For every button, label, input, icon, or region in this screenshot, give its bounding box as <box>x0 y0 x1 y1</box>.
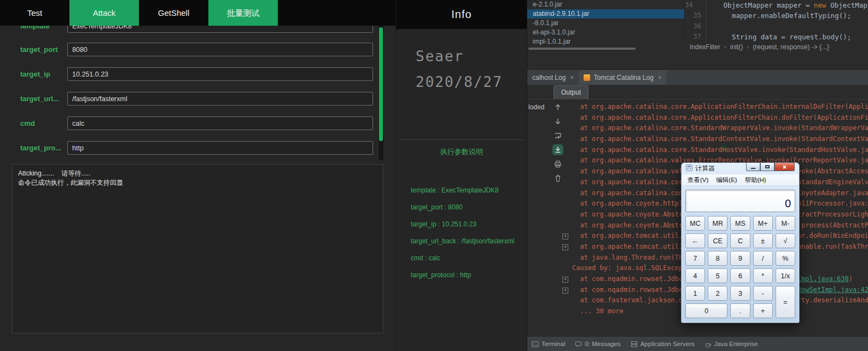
arrow-up-icon[interactable] <box>554 103 562 112</box>
maximize-button[interactable] <box>760 163 774 171</box>
menu-edit[interactable]: 编辑(E) <box>712 176 741 185</box>
calc-key-4[interactable]: 4 <box>685 268 705 283</box>
toolwindow-tab-localhost-log[interactable]: calhost Log× <box>527 70 579 85</box>
breadcrumb-item[interactable]: (request, response) -> {...} <box>753 43 829 51</box>
form-scrollbar-thumb[interactable] <box>379 27 383 141</box>
param-line: target_port : 8080 <box>411 203 526 211</box>
calc-key-_[interactable]: . <box>730 303 750 318</box>
tab-output[interactable]: Output <box>554 85 589 99</box>
calc-key-7[interactable]: 7 <box>685 251 705 266</box>
calculator-keypad: MCMRMSM+M-←CEC±√789/%456*1/x123-=0.+ <box>685 216 795 318</box>
calc-key-MS[interactable]: MS <box>730 216 750 231</box>
calculator-body: 0 MCMRMSM+M-←CEC±√789/%456*1/x123-=0.+ <box>681 186 799 322</box>
field-input-target_url_back[interactable] <box>67 92 373 106</box>
calc-key-_[interactable]: % <box>776 251 795 266</box>
field-label-target_protocol: target_pro... <box>20 144 66 152</box>
toolwindow-tab-tomcat-catalina-log[interactable]: Tomcat Catalina Log× <box>579 70 666 85</box>
tool-tab-batch-test[interactable]: 批量测试 <box>208 0 278 26</box>
calc-key-_[interactable]: = <box>776 286 795 318</box>
fold-expand-icon[interactable]: + <box>562 233 568 239</box>
window-controls: × <box>746 163 795 171</box>
divider <box>399 139 524 140</box>
editor-line: 34ObjectMapper mapper = new ObjectMapper… <box>685 0 868 10</box>
calc-key-MR[interactable]: MR <box>708 216 727 231</box>
menu-help[interactable]: 帮助(H) <box>741 176 770 185</box>
console-line: at org.apache.catalina.core.StandardHost… <box>572 145 868 156</box>
calc-key-_[interactable]: ± <box>753 233 773 248</box>
form-scrollbar[interactable] <box>378 26 383 160</box>
tab-label: Tomcat Catalina Log <box>593 74 653 81</box>
calc-key-_[interactable]: - <box>753 286 773 301</box>
calc-key-1_x[interactable]: 1/x <box>776 268 795 283</box>
tool-tab-getshell[interactable]: GetShell <box>139 0 208 26</box>
calculator-titlebar[interactable]: 计算器 × <box>681 163 799 174</box>
line-number: 34 <box>685 0 697 10</box>
field-input-target_port[interactable] <box>67 43 373 56</box>
fold-expand-icon[interactable]: + <box>562 277 568 283</box>
breadcrumb-item[interactable]: init() <box>730 43 743 51</box>
status-item-terminal[interactable]: Terminal <box>532 341 565 348</box>
arrow-down-icon[interactable] <box>554 117 562 126</box>
status-item-0-messages[interactable]: 0: Messages <box>575 341 620 348</box>
calc-key-_[interactable]: + <box>753 303 773 318</box>
calc-key-1[interactable]: 1 <box>685 286 705 301</box>
calc-key-_[interactable]: √ <box>776 233 795 248</box>
close-button[interactable]: × <box>774 163 795 171</box>
jar-list-item[interactable]: e-2.1.0.jar <box>527 0 684 9</box>
status-item-java-enterprise[interactable]: Java Enterprise <box>704 341 758 348</box>
calc-key-MC[interactable]: MC <box>685 216 705 231</box>
line-number: 37 <box>685 32 706 42</box>
field-label-target_port: target_port <box>20 45 66 54</box>
field-input-cmd[interactable] <box>67 116 373 130</box>
java-icon <box>704 341 712 348</box>
calc-key-5[interactable]: 5 <box>708 268 727 283</box>
calc-key-_[interactable]: / <box>753 251 773 266</box>
console-line: at org.apache.catalina.core.StandardWrap… <box>572 123 868 134</box>
fold-expand-icon[interactable]: + <box>562 288 568 294</box>
status-label: Terminal <box>541 341 565 347</box>
tab-close-icon[interactable]: × <box>658 74 662 81</box>
author-name: Seaer <box>416 48 464 65</box>
menu-view[interactable]: 查看(V) <box>684 176 712 185</box>
calc-key-0[interactable]: 0 <box>685 303 727 318</box>
dependency-jar-list: e-2.1.0.jaratabind-2.9.10.1.jar-8.0.1.ja… <box>527 0 684 46</box>
status-item-application-servers[interactable]: Application Servers <box>631 341 695 348</box>
jar-list-item[interactable]: impl-1.0.1.jar <box>527 37 684 46</box>
calc-key-8[interactable]: 8 <box>708 251 727 266</box>
calc-key-M_[interactable]: M+ <box>753 216 773 231</box>
editor-line: 37String data = request.body(); <box>685 32 868 42</box>
calc-key-9[interactable]: 9 <box>730 251 750 266</box>
param-line: target_ip : 10.251.0.23 <box>411 220 526 228</box>
tool-tab-test[interactable]: Test <box>0 0 69 26</box>
jar-list-item[interactable]: et-api-3.1.0.jar <box>527 28 684 37</box>
breadcrumb-item[interactable]: IndexFilter <box>690 43 720 51</box>
soft-wrap-icon[interactable] <box>554 131 562 140</box>
jar-list-item[interactable]: atabind-2.9.10.1.jar <box>527 9 684 19</box>
calc-key-3[interactable]: 3 <box>730 286 750 301</box>
fold-expand-icon[interactable]: + <box>562 244 568 250</box>
calc-key-_[interactable]: ← <box>685 233 705 248</box>
params-section-title: 执行参数说明 <box>396 147 527 157</box>
minimize-button[interactable] <box>746 163 760 171</box>
calc-key-C[interactable]: C <box>730 233 750 248</box>
breadcrumb: IndexFilter›init()›(request, response) -… <box>684 42 868 52</box>
scroll-to-end-icon[interactable] <box>554 145 562 154</box>
console-line: at org.apache.catalina.core.StandardCont… <box>572 134 868 145</box>
calc-key-_[interactable]: * <box>753 268 773 283</box>
code-segment: ObjectMapper(); <box>826 1 868 9</box>
trash-icon[interactable] <box>554 174 562 183</box>
jar-list-hscrollbar-thumb[interactable] <box>528 48 636 50</box>
breadcrumb-separator: › <box>747 43 749 51</box>
calc-key-2[interactable]: 2 <box>708 286 727 301</box>
field-input-target_protocol[interactable] <box>67 141 373 155</box>
print-icon[interactable] <box>554 160 562 168</box>
tool-tab-attack[interactable]: Attack <box>69 0 139 26</box>
field-input-target_ip[interactable] <box>67 67 373 81</box>
calc-key-6[interactable]: 6 <box>730 268 750 283</box>
tab-close-icon[interactable]: × <box>570 74 574 81</box>
code-editor[interactable]: 34ObjectMapper mapper = new ObjectMapper… <box>684 0 868 42</box>
calc-key-CE[interactable]: CE <box>708 233 727 248</box>
attack-output-log[interactable]: Attcking....... 请等待.....命令已成功执行，此漏洞不支持回显 <box>12 164 383 334</box>
calc-key-M_[interactable]: M- <box>776 216 795 231</box>
jar-list-item[interactable]: -8.0.1.jar <box>527 19 684 28</box>
